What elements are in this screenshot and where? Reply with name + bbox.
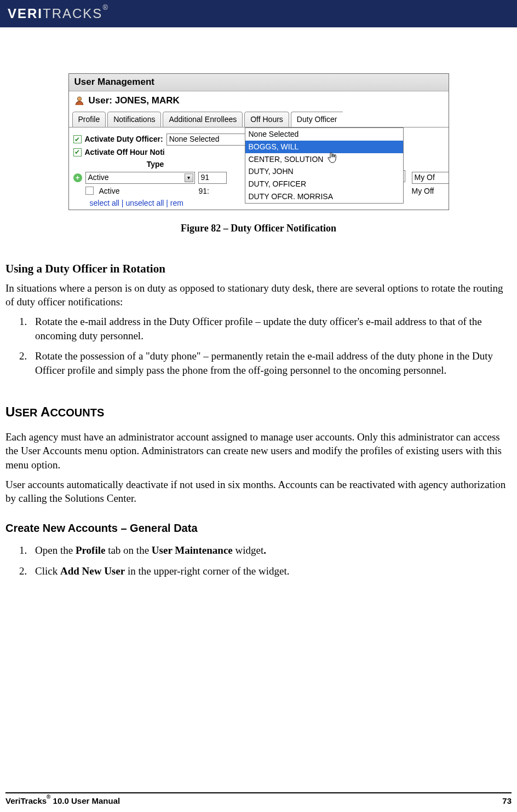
create-step-1: Open the Profile tab on the User Mainten… xyxy=(30,543,512,558)
footer-reg: ® xyxy=(47,794,50,800)
tab-additional-enrollees[interactable]: Additional Enrollees xyxy=(163,112,243,127)
heading-part: A xyxy=(41,404,50,419)
svg-point-0 xyxy=(77,97,81,101)
dropdown-item-selected[interactable]: BOGGS, WILL xyxy=(245,141,403,153)
tab-profile[interactable]: Profile xyxy=(72,112,106,127)
section-heading-rotation: Using a Duty Officer in Rotation xyxy=(5,261,512,276)
row-val-value: 91: xyxy=(199,186,227,196)
text: Open the xyxy=(35,544,76,556)
sep: | xyxy=(166,199,170,207)
figure-caption: Figure 82 – Duty Officer Notification xyxy=(5,222,512,235)
tab-bar: Profile Notifications Additional Enrolle… xyxy=(69,112,449,127)
value-select[interactable]: 91 xyxy=(198,172,227,184)
footer-page-number: 73 xyxy=(502,796,512,807)
tab-notifications[interactable]: Notifications xyxy=(107,112,161,127)
widget-titlebar: User Management xyxy=(69,74,449,91)
type-select-value: Active xyxy=(88,172,109,183)
right-my-value: My Of xyxy=(415,172,435,183)
tab-duty-officer[interactable]: Duty Officer xyxy=(291,112,343,127)
brand-suffix: TRACKS xyxy=(43,6,102,21)
text: Click xyxy=(35,565,60,577)
cursor-hand-icon xyxy=(326,152,338,167)
duty-officer-panel: ✔ Activate Duty Officer: None Selected ▾… xyxy=(69,127,449,210)
tab-off-hours[interactable]: Off Hours xyxy=(244,112,289,127)
create-steps: Open the Profile tab on the User Mainten… xyxy=(5,543,512,578)
brand-logo: VERITRACKS® xyxy=(8,5,108,22)
activate-duty-checkbox[interactable]: ✔ xyxy=(73,135,82,143)
text: in the upper-right corner of the widget. xyxy=(125,565,289,577)
user-header: User: JONES, MARK xyxy=(69,91,449,112)
dropdown-item[interactable]: DUTY, JOHN xyxy=(245,165,403,178)
text: widget xyxy=(233,544,263,556)
chevron-down-icon[interactable]: ▾ xyxy=(185,173,193,182)
dropdown-item[interactable]: DUTY OFCR. MORRISA xyxy=(245,190,403,203)
duty-officer-select-value: None Selected xyxy=(169,134,220,144)
activate-offhour-checkbox[interactable]: ✔ xyxy=(73,148,82,156)
brand-reg: ® xyxy=(102,3,108,11)
user-label: User: JONES, MARK xyxy=(89,95,180,107)
page-footer: VeriTracks® 10.0 User Manual 73 xyxy=(5,792,512,807)
value-select-value: 91 xyxy=(201,172,210,183)
user-icon xyxy=(74,96,84,106)
row-right-value: My Off xyxy=(412,186,434,196)
brand-prefix: VERI xyxy=(8,6,43,21)
heading-part: CCOUNTS xyxy=(50,407,104,419)
add-row-icon[interactable]: + xyxy=(73,173,82,182)
footer-title: 10.0 User Manual xyxy=(50,796,120,805)
activate-offhour-label: Activate Off Hour Noti xyxy=(85,147,165,158)
activate-duty-label: Activate Duty Officer: xyxy=(85,134,163,144)
create-step-2: Click Add New User in the upper-right co… xyxy=(30,564,512,578)
bold-text: . xyxy=(263,544,266,556)
bold-text: Profile xyxy=(76,544,106,556)
footer-left: VeriTracks® 10.0 User Manual xyxy=(5,796,120,807)
dropdown-item[interactable]: None Selected xyxy=(245,128,403,141)
header-bar: VERITRACKS® xyxy=(0,0,517,27)
bold-text: Add New User xyxy=(60,565,125,577)
rotation-step-1: Rotate the e-mail address in the Duty Of… xyxy=(30,315,512,343)
heading-part: U xyxy=(5,404,15,419)
rotation-steps: Rotate the e-mail address in the Duty Of… xyxy=(5,315,512,378)
row-checkbox[interactable] xyxy=(85,187,94,195)
row-type-value: Active xyxy=(97,186,196,196)
select-all-link[interactable]: select all xyxy=(90,199,119,207)
remove-link[interactable]: rem xyxy=(170,199,183,207)
figure-screenshot: User Management User: JONES, MARK Profil… xyxy=(5,73,512,235)
dropdown-item[interactable]: CENTER, SOLUTION xyxy=(245,153,403,166)
rotation-step-2: Rotate the possession of a "duty phone" … xyxy=(30,349,512,377)
section-heading-user-accounts: USER ACCOUNTS xyxy=(5,403,512,421)
user-accounts-p1: Each agency must have an administrator a… xyxy=(5,430,512,472)
bold-text: User Maintenance xyxy=(152,544,233,556)
unselect-all-link[interactable]: unselect all xyxy=(125,199,164,207)
footer-brand: VeriTracks xyxy=(5,796,47,805)
right-my-select[interactable]: My Of xyxy=(412,172,449,184)
duty-officer-dropdown-list: None Selected BOGGS, WILL CENTER, SOLUTI… xyxy=(245,127,404,204)
user-accounts-p2: User accounts automatically deactivate i… xyxy=(5,478,512,506)
text: tab on the xyxy=(105,544,151,556)
section-intro: In situations where a person is on duty … xyxy=(5,281,512,309)
heading-part: SER xyxy=(15,407,41,419)
type-column-header: Type xyxy=(73,159,238,170)
dropdown-item[interactable]: DUTY, OFFICER xyxy=(245,178,403,190)
section-heading-create-accounts: Create New Accounts – General Data xyxy=(5,521,512,536)
type-select[interactable]: Active ▾ xyxy=(85,172,195,184)
